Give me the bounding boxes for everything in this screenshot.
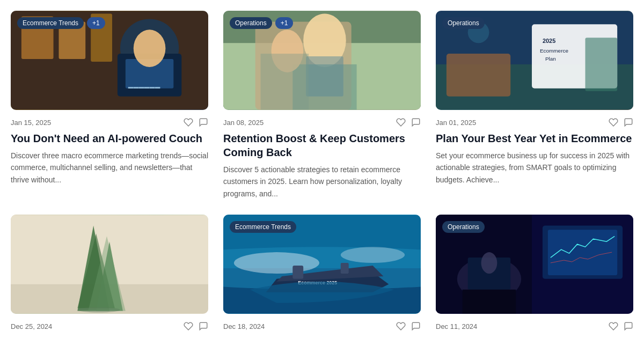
svg-rect-24 bbox=[585, 38, 617, 91]
card-tags: Operations bbox=[442, 17, 485, 29]
card-tag[interactable]: Operations bbox=[230, 17, 272, 29]
article-card-2[interactable]: Operations+1Jan 08, 2025Retention Boost … bbox=[223, 11, 421, 200]
article-card-1[interactable]: ▬▬▬▬▬▬ Ecommerce Trends+1Jan 15, 2025You… bbox=[11, 11, 208, 200]
svg-text:Ecommerce: Ecommerce bbox=[540, 48, 568, 54]
card-tags: Operations+1 bbox=[230, 17, 293, 29]
card-meta: Dec 18, 2024 bbox=[223, 321, 421, 331]
comment-icon[interactable] bbox=[624, 321, 633, 331]
heart-icon[interactable] bbox=[609, 117, 618, 127]
card-title: Retention Boost & Keep Customers Coming … bbox=[223, 131, 421, 159]
svg-point-37 bbox=[341, 247, 405, 263]
comment-icon[interactable] bbox=[624, 117, 633, 127]
card-tag[interactable]: +1 bbox=[87, 17, 105, 29]
svg-text:▬▬▬▬▬▬: ▬▬▬▬▬▬ bbox=[128, 84, 160, 90]
card-date: Dec 18, 2024 bbox=[223, 322, 265, 330]
card-image bbox=[11, 215, 208, 314]
card-tag[interactable]: Operations bbox=[442, 221, 485, 233]
heart-icon[interactable] bbox=[396, 117, 406, 127]
svg-rect-40 bbox=[292, 266, 303, 279]
heart-icon[interactable] bbox=[396, 321, 406, 331]
card-meta: Dec 25, 2024 bbox=[11, 321, 208, 331]
svg-rect-46 bbox=[548, 230, 617, 276]
article-card-4[interactable]: Dec 25, 2024 bbox=[11, 215, 208, 335]
card-date: Dec 25, 2024 bbox=[11, 322, 52, 330]
card-image: ▬▬▬▬▬▬ Ecommerce Trends+1 bbox=[11, 11, 208, 110]
card-actions bbox=[609, 321, 633, 331]
card-image: 2025 Ecommerce Plan Operations bbox=[436, 11, 633, 110]
card-excerpt: Discover three macro ecommerce marketing… bbox=[11, 150, 208, 186]
card-tags: Operations bbox=[442, 221, 485, 233]
article-card-3[interactable]: 2025 Ecommerce Plan OperationsJan 01, 20… bbox=[436, 11, 633, 200]
svg-point-36 bbox=[234, 252, 319, 274]
heart-icon[interactable] bbox=[609, 321, 618, 331]
svg-rect-16 bbox=[261, 54, 309, 109]
card-actions bbox=[396, 117, 421, 127]
card-meta: Jan 08, 2025 bbox=[223, 117, 421, 127]
article-card-6[interactable]: OperationsDec 11, 2024 bbox=[436, 215, 633, 335]
article-card-5[interactable]: Ecommerce 2025 Ecommerce TrendsDec 18, 2… bbox=[223, 215, 421, 335]
card-actions bbox=[396, 321, 421, 331]
svg-rect-14 bbox=[306, 56, 343, 97]
card-tags: Ecommerce Trends bbox=[230, 221, 296, 233]
card-title: You Don't Need an AI-powered Couch bbox=[11, 131, 208, 145]
comment-icon[interactable] bbox=[411, 117, 421, 127]
card-tag[interactable]: +1 bbox=[275, 17, 294, 29]
svg-point-7 bbox=[134, 30, 166, 67]
card-tag[interactable]: Ecommerce Trends bbox=[17, 17, 84, 29]
card-meta: Jan 15, 2025 bbox=[11, 117, 208, 127]
card-tags: Ecommerce Trends+1 bbox=[17, 17, 105, 29]
card-date: Jan 08, 2025 bbox=[223, 119, 264, 127]
card-tag[interactable]: Operations bbox=[442, 17, 485, 29]
heart-icon[interactable] bbox=[184, 117, 193, 127]
card-image: Operations+1 bbox=[223, 11, 421, 110]
card-excerpt: Discover 5 actionable strategies to reta… bbox=[223, 164, 421, 200]
svg-text:Plan: Plan bbox=[545, 56, 556, 62]
svg-point-32 bbox=[77, 307, 120, 313]
card-image: Ecommerce 2025 Ecommerce Trends bbox=[223, 215, 421, 314]
card-meta: Jan 01, 2025 bbox=[436, 117, 633, 127]
svg-rect-51 bbox=[463, 290, 516, 314]
card-image: Operations bbox=[436, 215, 633, 314]
articles-grid: ▬▬▬▬▬▬ Ecommerce Trends+1Jan 15, 2025You… bbox=[11, 11, 633, 335]
svg-rect-23 bbox=[447, 54, 510, 97]
svg-rect-41 bbox=[341, 263, 349, 274]
card-actions bbox=[184, 117, 208, 127]
card-date: Jan 15, 2025 bbox=[11, 119, 51, 127]
card-actions bbox=[609, 117, 633, 127]
svg-point-50 bbox=[481, 252, 497, 274]
card-actions bbox=[184, 321, 208, 331]
card-date: Jan 01, 2025 bbox=[436, 119, 476, 127]
card-tag[interactable]: Ecommerce Trends bbox=[230, 221, 296, 233]
card-title: Plan Your Best Year Yet in Ecommerce bbox=[436, 131, 633, 145]
comment-icon[interactable] bbox=[199, 117, 208, 127]
comment-icon[interactable] bbox=[411, 321, 421, 331]
card-date: Dec 11, 2024 bbox=[436, 322, 477, 330]
svg-text:2025: 2025 bbox=[543, 38, 555, 44]
comment-icon[interactable] bbox=[199, 321, 208, 331]
card-excerpt: Set your ecommerce business up for succe… bbox=[436, 150, 633, 186]
heart-icon[interactable] bbox=[184, 321, 193, 331]
card-meta: Dec 11, 2024 bbox=[436, 321, 633, 331]
